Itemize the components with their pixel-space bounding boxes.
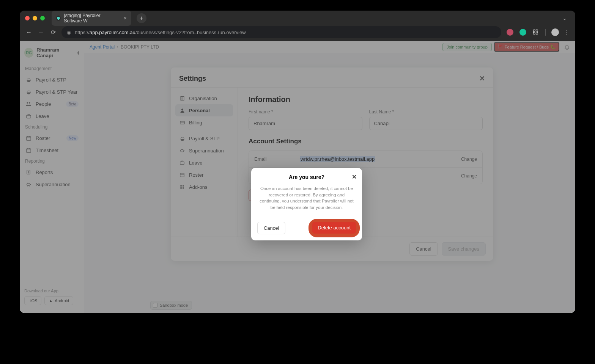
tabs-dropdown-icon[interactable]: ⌄ (559, 15, 570, 21)
nav-forward-icon[interactable]: → (37, 29, 45, 36)
extension-notif-icon[interactable] (506, 28, 514, 36)
confirm-cancel-button[interactable]: Cancel (257, 222, 285, 234)
grammarly-icon[interactable] (519, 28, 527, 36)
nav-back-icon[interactable]: ← (25, 29, 33, 36)
extensions-icon[interactable] (532, 28, 540, 36)
confirm-body-text: Once an account has been deleted, it can… (251, 184, 362, 217)
window-maximize[interactable] (40, 16, 45, 20)
nav-reload-icon[interactable]: ⟳ (49, 29, 57, 36)
browser-window: [staging] Payroller Software W × + ⌄ ← →… (20, 11, 575, 313)
confirm-delete-button[interactable]: Delete account (312, 222, 356, 234)
app-shell: RC Rhamram Canapi ▴▾ Management ◒ Payrol… (20, 41, 575, 313)
confirm-title: Are you sure? (258, 174, 355, 180)
tab-title: [staging] Payroller Software W (64, 13, 118, 24)
browser-tab[interactable]: [staging] Payroller Software W × (52, 11, 131, 26)
new-tab-button[interactable]: + (137, 13, 146, 23)
confirm-delete-modal: Are you sure? ✕ Once an account has been… (251, 168, 362, 240)
browser-toolbar: ← → ⟳ ◉ https://app.payroller.com.au/bus… (20, 26, 575, 41)
browser-menu-icon[interactable]: ⋮ (564, 29, 570, 36)
site-info-icon[interactable]: ◉ (67, 30, 71, 35)
window-close[interactable] (25, 16, 30, 20)
tab-favicon (56, 16, 61, 21)
confirm-close-icon[interactable]: ✕ (352, 173, 357, 180)
url-bar[interactable]: ◉ https://app.payroller.com.au/business/… (61, 26, 501, 38)
tab-close-icon[interactable]: × (124, 15, 127, 21)
profile-avatar-icon[interactable] (551, 28, 559, 36)
traffic-lights (25, 16, 45, 20)
window-minimize[interactable] (33, 16, 37, 20)
url-text: https://app.payroller.com.au/business/se… (75, 30, 246, 35)
titlebar: [staging] Payroller Software W × + ⌄ (20, 11, 575, 26)
